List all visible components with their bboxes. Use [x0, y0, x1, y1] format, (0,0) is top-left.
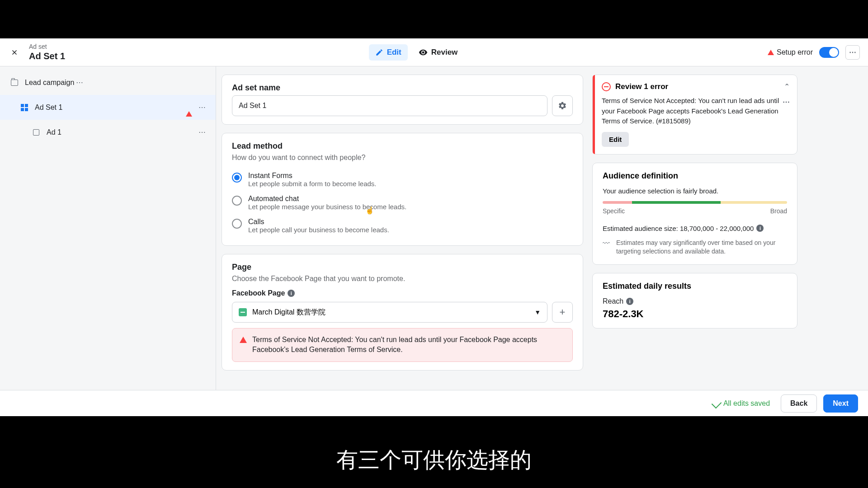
title-block: Ad set Ad Set 1 — [29, 43, 65, 61]
tab-edit[interactable]: Edit — [369, 44, 408, 61]
tab-review[interactable]: Review — [412, 44, 464, 61]
close-icon — [10, 48, 19, 56]
error-circle-icon — [602, 82, 611, 91]
option-desc: Let people submit a form to become leads… — [248, 180, 377, 188]
audience-status: Your audience selection is fairly broad. — [603, 187, 787, 195]
chevron-down-icon: ▼ — [534, 309, 541, 316]
review-error-edit-button[interactable]: Edit — [602, 132, 629, 147]
sidebar: Lead campaign ⋯ Ad Set 1 ⋯ Ad 1 ⋯ — [0, 66, 216, 390]
info-icon[interactable]: i — [626, 298, 633, 305]
gauge-broad-label: Broad — [770, 207, 787, 215]
adset-name-label: Ad set name — [232, 83, 573, 93]
option-title: Instant Forms — [248, 172, 377, 180]
info-icon[interactable]: i — [288, 290, 295, 297]
review-error-title: Review 1 error — [615, 82, 668, 91]
gauge-specific-label: Specific — [603, 207, 625, 215]
setup-error-label: Setup error — [777, 48, 813, 56]
check-icon — [712, 398, 722, 408]
audience-title: Audience definition — [603, 171, 787, 181]
page-title-label: Page — [232, 263, 573, 272]
app-header: Ad set Ad Set 1 Edit Review Setup error … — [0, 38, 868, 66]
ad-more-button[interactable]: ⋯ — [197, 126, 208, 138]
warning-icon — [186, 103, 192, 117]
facebook-page-select[interactable]: March Digital 数营学院 ▼ — [232, 302, 547, 323]
lead-method-card: Lead method How do you want to connect w… — [222, 133, 583, 246]
adset-name-card: Ad set name — [222, 75, 583, 125]
lead-option-instant-forms[interactable]: Instant Forms Let people submit a form t… — [232, 168, 573, 191]
estimated-results-card: Estimated daily results Reach i 782-2.3K — [592, 273, 797, 328]
close-button[interactable] — [8, 46, 21, 59]
page-error-text: Terms of Service Not Accepted: You can't… — [252, 335, 565, 355]
reach-label: Reach — [603, 297, 623, 305]
adset-name-settings-button[interactable] — [552, 95, 573, 116]
tab-edit-label: Edit — [387, 48, 401, 57]
sidebar-item-ad[interactable]: Ad 1 ⋯ — [0, 120, 216, 145]
sidebar-ad-label: Ad 1 — [47, 128, 61, 136]
status-toggle[interactable] — [819, 47, 839, 58]
reach-value: 782-2.3K — [603, 308, 787, 320]
trend-icon — [603, 239, 612, 248]
adset-more-button[interactable]: ⋯ — [197, 101, 208, 113]
adset-icon — [21, 104, 28, 111]
option-desc: Let people call your business to become … — [248, 226, 389, 234]
review-error-body: Terms of Service Not Accepted: You can't… — [602, 96, 788, 127]
pencil-icon — [375, 48, 383, 56]
saved-label: All edits saved — [723, 399, 770, 408]
add-page-button[interactable]: + — [552, 302, 573, 323]
radio-icon — [232, 219, 242, 229]
gear-icon — [558, 101, 567, 110]
page-title: Ad Set 1 — [29, 51, 65, 61]
collapse-button[interactable]: ⌃ — [784, 82, 790, 91]
footer-bar: All edits saved Back Next — [0, 390, 868, 416]
sidebar-adset-label: Ad Set 1 — [35, 103, 62, 112]
video-subtitle: 有三个可供你选择的 — [0, 446, 868, 474]
sidebar-item-adset[interactable]: Ad Set 1 ⋯ — [0, 95, 216, 120]
page-card: Page Choose the Facebook Page that you w… — [222, 254, 583, 371]
audience-size-text: Estimated audience size: 18,700,000 - 22… — [603, 225, 754, 232]
adset-name-input[interactable] — [232, 95, 547, 116]
estimated-title: Estimated daily results — [603, 282, 787, 291]
campaign-more-button[interactable]: ⋯ — [74, 76, 85, 89]
ad-icon — [33, 129, 39, 136]
folder-icon — [11, 80, 18, 86]
breadcrumb: Ad set — [29, 43, 65, 51]
page-subtitle: Choose the Facebook Page that you want t… — [232, 275, 573, 283]
option-title: Automated chat — [248, 195, 406, 203]
warning-icon — [240, 337, 247, 343]
audience-gauge — [603, 201, 787, 204]
lead-option-automated-chat[interactable]: Automated chat Let people message your b… — [232, 191, 573, 214]
tab-review-label: Review — [431, 48, 458, 57]
lead-method-title: Lead method — [232, 141, 573, 151]
error-more-button[interactable]: ⋯ — [783, 98, 790, 106]
warning-icon — [768, 50, 774, 55]
eye-icon — [419, 48, 428, 57]
page-error-banner: Terms of Service Not Accepted: You can't… — [232, 328, 573, 362]
info-icon[interactable]: i — [756, 225, 764, 232]
header-more-button[interactable]: ⋯ — [845, 45, 860, 60]
setup-error-badge: Setup error — [768, 48, 813, 56]
selected-page-name: March Digital 数营学院 — [252, 308, 326, 317]
lead-method-subtitle: How do you want to connect with people? — [232, 154, 573, 162]
facebook-page-label: Facebook Page — [232, 289, 285, 297]
audience-card: Audience definition Your audience select… — [592, 163, 797, 265]
audience-note: Estimates may vary significantly over ti… — [616, 239, 787, 256]
review-error-card: Review 1 error ⌃ ⋯ Terms of Service Not … — [592, 75, 797, 155]
radio-icon — [232, 196, 242, 206]
next-button[interactable]: Next — [823, 394, 858, 413]
lead-option-calls[interactable]: Calls Let people call your business to b… — [232, 214, 573, 237]
back-button[interactable]: Back — [781, 394, 817, 413]
option-desc: Let people message your business to beco… — [248, 203, 406, 211]
page-avatar-icon — [239, 308, 247, 316]
saved-status: All edits saved — [712, 399, 770, 408]
radio-checked-icon — [232, 173, 242, 183]
sidebar-campaign-label: Lead campaign — [25, 79, 74, 87]
option-title: Calls — [248, 218, 389, 226]
sidebar-item-campaign[interactable]: Lead campaign ⋯ — [0, 70, 216, 95]
